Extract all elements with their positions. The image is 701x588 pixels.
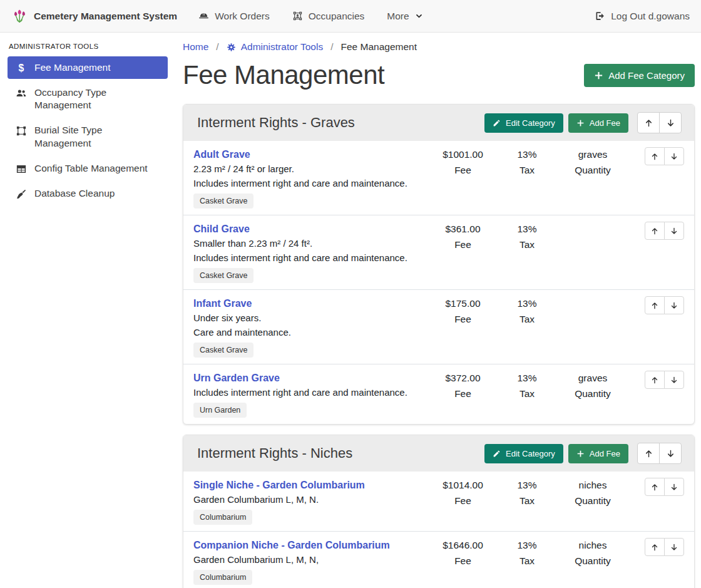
hard-hat-icon bbox=[198, 11, 209, 21]
fee-name-link[interactable]: Urn Garden Grave bbox=[193, 371, 280, 385]
fee-tax-label: Tax bbox=[519, 237, 535, 252]
move-fee-down-button[interactable] bbox=[664, 147, 684, 165]
move-fee-up-button[interactable] bbox=[645, 296, 665, 314]
category-title: Interment Rights - Graves bbox=[197, 115, 479, 131]
fee-badge-row: Casket Grave bbox=[193, 190, 421, 209]
fee-description: Garden Columbarium L, M, N. bbox=[193, 492, 421, 507]
fee-type-badge: Columbarium bbox=[193, 570, 252, 585]
fee-row: Single Niche - Garden ColumbariumGarden … bbox=[183, 472, 694, 531]
fee-tax-value: 13% bbox=[517, 538, 536, 552]
fee-tax-value: 13% bbox=[517, 147, 536, 162]
fee-details: Child GraveSmaller than 2.23 m² / 24 ft²… bbox=[193, 222, 427, 283]
fee-name-link[interactable]: Adult Grave bbox=[193, 147, 250, 162]
arrow-down-icon bbox=[670, 483, 678, 492]
edit-category-button[interactable]: Edit Category bbox=[484, 444, 563, 463]
edit-category-button[interactable]: Edit Category bbox=[484, 113, 563, 133]
breadcrumb-admin-tools-link[interactable]: Administrator Tools bbox=[227, 41, 324, 53]
nav-item-occupancies[interactable]: Occupancies bbox=[292, 11, 365, 22]
sidebar-item-database-cleanup[interactable]: Database Cleanup bbox=[8, 182, 168, 205]
move-fee-up-button[interactable] bbox=[645, 371, 665, 389]
fee-badge-row: Columbarium bbox=[193, 567, 421, 585]
add-fee-category-button[interactable]: Add Fee Category bbox=[584, 64, 695, 87]
sidebar-item-config-table-management[interactable]: Config Table Management bbox=[8, 157, 168, 180]
plus-icon bbox=[594, 71, 603, 80]
fee-description: Includes interment right and care and ma… bbox=[193, 176, 421, 190]
fee-name-link[interactable]: Infant Grave bbox=[193, 296, 252, 311]
arrow-up-icon bbox=[650, 543, 659, 552]
fee-name-link[interactable]: Single Niche - Garden Columbarium bbox=[193, 478, 365, 492]
breadcrumb-home-link[interactable]: Home bbox=[183, 41, 208, 53]
move-fee-down-button[interactable] bbox=[664, 371, 684, 389]
fee-type-badge: Casket Grave bbox=[193, 343, 253, 358]
fee-fee-stat: $361.00Fee bbox=[427, 222, 499, 252]
fee-categories: Interment Rights - GravesEdit CategoryAd… bbox=[183, 104, 695, 588]
fee-type-badge: Casket Grave bbox=[193, 268, 253, 283]
fee-fee-label: Fee bbox=[454, 493, 471, 508]
move-category-down-button[interactable] bbox=[659, 443, 682, 464]
fee-name-link[interactable]: Child Grave bbox=[193, 222, 250, 236]
fee-fee-stat: $1014.00Fee bbox=[427, 478, 499, 508]
sidebar-item-fee-management[interactable]: $Fee Management bbox=[8, 56, 168, 79]
brand-link[interactable]: Cemetery Management System bbox=[11, 8, 177, 24]
move-category-up-button[interactable] bbox=[637, 443, 660, 464]
move-fee-down-button[interactable] bbox=[664, 296, 684, 314]
move-category-up-button[interactable] bbox=[637, 112, 660, 133]
arrow-down-icon bbox=[670, 301, 678, 310]
category-header: Interment Rights - GravesEdit CategoryAd… bbox=[183, 105, 694, 141]
breadcrumb-separator: / bbox=[216, 41, 218, 53]
fee-fee-stat: $1646.00Fee bbox=[427, 538, 499, 568]
fee-badge-row: Casket Grave bbox=[193, 339, 421, 358]
fee-quantity-stat: gravesQuantity bbox=[555, 147, 630, 177]
logout-link[interactable]: Log Out d.gowans bbox=[595, 11, 690, 22]
fee-row-actions bbox=[630, 222, 684, 240]
fee-quantity-value: niches bbox=[579, 538, 607, 552]
fee-name-link[interactable]: Companion Niche - Garden Columbarium bbox=[193, 538, 390, 552]
arrow-down-icon bbox=[670, 543, 678, 552]
category-reorder-buttons bbox=[637, 112, 682, 133]
users-icon bbox=[14, 88, 29, 99]
add-fee-button[interactable]: Add Fee bbox=[568, 444, 628, 463]
fee-tax-stat: 13%Tax bbox=[499, 222, 555, 252]
sidebar-item-label: Burial Site Type Management bbox=[34, 124, 161, 149]
fee-tax-value: 13% bbox=[517, 478, 536, 492]
fee-row-actions bbox=[630, 296, 684, 314]
fee-quantity-stat: nichesQuantity bbox=[555, 538, 630, 568]
sidebar-item-label: Occupancy Type Management bbox=[34, 86, 161, 111]
sidebar-item-occupancy-type-management[interactable]: Occupancy Type Management bbox=[8, 81, 168, 116]
move-fee-down-button[interactable] bbox=[664, 538, 684, 556]
fee-fee-label: Fee bbox=[454, 554, 471, 568]
fee-reorder-buttons bbox=[645, 222, 684, 240]
nav-item-more[interactable]: More bbox=[387, 11, 422, 22]
arrow-down-icon bbox=[670, 152, 678, 161]
nav-item-work-orders[interactable]: Work Orders bbox=[198, 11, 270, 22]
fee-row-actions bbox=[630, 147, 684, 165]
plus-icon bbox=[576, 450, 585, 458]
arrow-up-icon bbox=[650, 483, 659, 492]
fee-type-badge: Casket Grave bbox=[193, 193, 253, 209]
fee-description: Smaller than 2.23 m² / 24 ft². bbox=[193, 236, 421, 250]
breadcrumb-current: Fee Management bbox=[341, 41, 417, 53]
breadcrumb-admin-tools-label: Administrator Tools bbox=[241, 41, 324, 53]
arrow-down-icon bbox=[670, 376, 678, 384]
add-fee-category-label: Add Fee Category bbox=[608, 70, 685, 81]
arrow-down-icon bbox=[666, 449, 675, 458]
move-fee-down-button[interactable] bbox=[664, 478, 684, 496]
arrow-up-icon bbox=[644, 449, 653, 458]
move-fee-up-button[interactable] bbox=[645, 538, 665, 556]
arrow-down-icon bbox=[666, 118, 675, 128]
move-fee-up-button[interactable] bbox=[645, 222, 665, 240]
move-fee-down-button[interactable] bbox=[664, 222, 684, 240]
move-category-down-button[interactable] bbox=[659, 112, 682, 133]
fee-fee-value: $1646.00 bbox=[443, 538, 483, 552]
fee-fee-stat: $1001.00Fee bbox=[427, 147, 499, 177]
move-fee-up-button[interactable] bbox=[645, 147, 665, 165]
add-fee-button[interactable]: Add Fee bbox=[568, 113, 628, 133]
sidebar-item-burial-site-type-management[interactable]: Burial Site Type Management bbox=[8, 119, 168, 154]
move-fee-up-button[interactable] bbox=[645, 478, 665, 496]
fee-reorder-buttons bbox=[645, 478, 684, 496]
sidebar-item-label: Fee Management bbox=[34, 61, 111, 74]
breadcrumb: Home / Administrator Tools / Fee Managem… bbox=[183, 41, 695, 53]
main-content: Home / Administrator Tools / Fee Managem… bbox=[175, 33, 701, 588]
fee-type-badge: Columbarium bbox=[193, 510, 252, 525]
logout-label: Log Out d.gowans bbox=[611, 11, 690, 22]
